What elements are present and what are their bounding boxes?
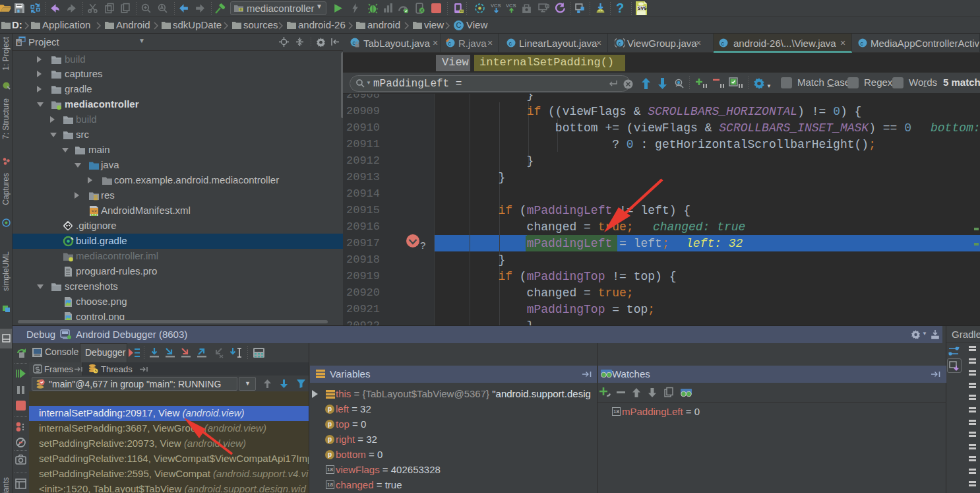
svg-text:c: c [861, 40, 864, 47]
svg-text:c: c [509, 40, 512, 47]
svg-text:c: c [721, 40, 725, 47]
svg-text:B: B [17, 40, 21, 46]
svg-text:<>: <> [92, 209, 97, 214]
svg-text:VCS: VCS [491, 3, 501, 9]
svg-text:VCS: VCS [506, 3, 516, 9]
svg-text:SVG: SVG [638, 6, 647, 11]
svg-text:c: c [448, 40, 452, 47]
